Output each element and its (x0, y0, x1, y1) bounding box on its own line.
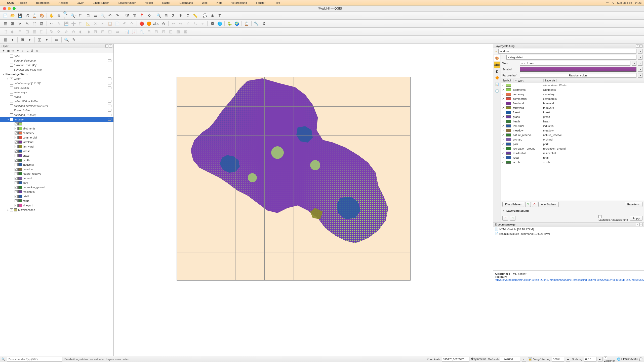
m2[interactable]: 📈 (131, 28, 138, 35)
thing1[interactable]: ↩ (170, 20, 177, 27)
layer-row[interactable]: pois [12265] (0, 85, 113, 90)
menu-datenbank[interactable]: Datenbank (179, 1, 193, 4)
new-3d-view-button[interactable]: ◫ (131, 12, 138, 19)
layer-row[interactable]: ✓ (0, 122, 113, 126)
zoom-selection-button[interactable]: ⊡ (85, 12, 91, 19)
layer-row[interactable]: ✓grass (0, 153, 113, 158)
new-spatialite-button[interactable]: ▨ (38, 20, 45, 27)
layer-row[interactable]: ✓farmland (0, 140, 113, 144)
tab-symbology[interactable]: 🎨 (494, 55, 500, 61)
layer-add-group-icon[interactable]: ▣ (6, 49, 10, 53)
layer-row[interactable]: ✓scrub (0, 199, 113, 203)
adv4[interactable]: ⊖ (70, 28, 77, 35)
panel-close-button[interactable]: × (639, 44, 642, 48)
panel-undock-button[interactable]: ▫ (105, 44, 108, 48)
menu-verarbeitung[interactable]: Verarbeitung (231, 1, 247, 4)
layer-row[interactable]: ✓park (0, 180, 113, 185)
vertex-tool-button[interactable]: 📐 (85, 20, 91, 27)
coord-input[interactable] (442, 357, 469, 361)
dropdown-icon[interactable]: ▾ (638, 73, 642, 78)
bookmark-button[interactable]: 📍 (138, 12, 145, 19)
col-legende[interactable]: Legende (544, 79, 557, 82)
adv9[interactable]: ⬚ (107, 28, 113, 35)
render-checkbox[interactable]: ✓ Zeichnen (604, 356, 615, 362)
adv10[interactable]: ▭ (114, 28, 120, 35)
spinner-icon[interactable]: ▴▾ (598, 357, 602, 361)
dropdown-icon[interactable]: ▾ (638, 49, 642, 54)
result-item[interactable]: 📄HTML-Bericht [02:10:27PM] (493, 227, 644, 232)
category-row[interactable]: ✓allotmentsallotments (501, 87, 644, 92)
layer-expr-icon[interactable]: ε (21, 49, 25, 53)
m7[interactable]: ◫ (168, 28, 174, 35)
zoom-in-button[interactable]: 🔍+ (63, 12, 69, 19)
search-icon[interactable]: 🔍 (2, 357, 5, 361)
spinner-icon[interactable]: ▴▾ (566, 357, 570, 361)
vector-layer-button[interactable]: ▦ (2, 20, 9, 27)
extents-icon[interactable]: �symmetric (471, 357, 486, 361)
snap5[interactable]: ▦ (31, 28, 38, 35)
apply-button[interactable]: Apply (630, 216, 642, 221)
sel4[interactable]: ▾ (26, 36, 33, 43)
category-row[interactable]: ✓orchardorchard (501, 137, 644, 142)
undo-style-button[interactable]: ↶ (502, 216, 508, 221)
sel3[interactable]: ⊞ (19, 36, 26, 43)
layer-row[interactable]: buildings [154638] (0, 113, 113, 117)
panel-close-button[interactable]: × (109, 44, 112, 48)
undo-button[interactable]: ↶ (121, 20, 128, 27)
snap3[interactable]: ⊞ (17, 28, 23, 35)
category-row[interactable]: ✓retailretail (501, 155, 644, 160)
layer-visibility-icon[interactable]: 👁 (11, 49, 15, 53)
tab-3d[interactable]: 🔶 (494, 75, 500, 81)
zoom-native-button[interactable]: 🔍 (99, 12, 106, 19)
dropdown-icon[interactable]: ▾ (632, 61, 636, 66)
layer-row[interactable]: ✓industrial (0, 162, 113, 167)
field-calc-button[interactable]: Σ (170, 12, 177, 19)
adv8[interactable]: ⊟ (99, 28, 106, 35)
layer-row[interactable]: ▸✓Gitter (0, 76, 113, 81)
layer-row[interactable]: roads (0, 95, 113, 99)
expand-icon[interactable]: ▸ (502, 209, 505, 212)
result-item[interactable]: 📄listuniquevalues [summary] [12:59:32PM] (493, 232, 644, 236)
delete-button[interactable]: ✕ (92, 20, 99, 27)
layer-row[interactable]: pofw - 500 m Puffer (0, 99, 113, 104)
clipboard-button[interactable]: 📋 (243, 20, 250, 27)
panel-close-button[interactable]: × (639, 223, 642, 226)
save-project-button[interactable]: 💾 (17, 12, 23, 19)
panel-undock-button[interactable]: ▫ (636, 44, 639, 48)
sel2[interactable]: ▾ (9, 36, 16, 43)
col-symbol[interactable]: Symbol (501, 79, 513, 82)
osm-button[interactable]: 🌍 (233, 20, 240, 27)
layer-row[interactable]: ✓farmyard (0, 144, 113, 149)
menu-vektor[interactable]: Vektor (145, 1, 153, 4)
plugin1-button[interactable]: 🔧 (253, 20, 260, 27)
adv2[interactable]: ⟳ (56, 28, 62, 35)
m4[interactable]: ⊞ (146, 28, 152, 35)
category-row[interactable]: ✓residentialresidential (501, 151, 644, 155)
layer-row[interactable]: waterways (0, 90, 113, 95)
layer-row[interactable]: ✓nature_reserve (0, 171, 113, 176)
dropdown-icon[interactable]: ▾ (522, 357, 526, 361)
menu-hilfe[interactable]: Hilfe (274, 1, 280, 4)
control-center-icon[interactable]: ⌥ (611, 1, 615, 4)
toggle-edit-button[interactable]: ✏ (48, 20, 55, 27)
sel5[interactable]: ◫ (36, 36, 43, 43)
new-geopackage-button[interactable]: ⬚ (31, 20, 38, 27)
zoom-layer-button[interactable]: ▭ (92, 12, 99, 19)
adv6[interactable]: ◑ (85, 28, 91, 35)
layer-row[interactable]: pois-bereinigt [12138] (0, 81, 113, 85)
refresh-button[interactable]: ⟲ (146, 12, 152, 19)
tab-diagrams[interactable]: 📊 (494, 81, 500, 87)
menu-ansicht[interactable]: Ansicht (59, 1, 68, 4)
m8[interactable]: ▦ (175, 28, 181, 35)
open-project-button[interactable]: 📂 (9, 12, 16, 19)
measure-button[interactable]: 📏 (192, 12, 198, 19)
db-button[interactable]: 🗄 (209, 20, 216, 27)
adv5[interactable]: ◐ (77, 28, 84, 35)
pan-button[interactable]: ✋ (48, 12, 55, 19)
renderer-select[interactable]: Kategorisiert (506, 55, 636, 60)
menu-raster[interactable]: Raster (162, 1, 170, 4)
layer-row[interactable]: ✓allotments (0, 126, 113, 131)
layer-row[interactable]: Einzelne Teile [45] (0, 63, 113, 67)
snap6[interactable]: ⬚ (38, 28, 45, 35)
category-row[interactable]: ✓forestforest (501, 110, 644, 115)
